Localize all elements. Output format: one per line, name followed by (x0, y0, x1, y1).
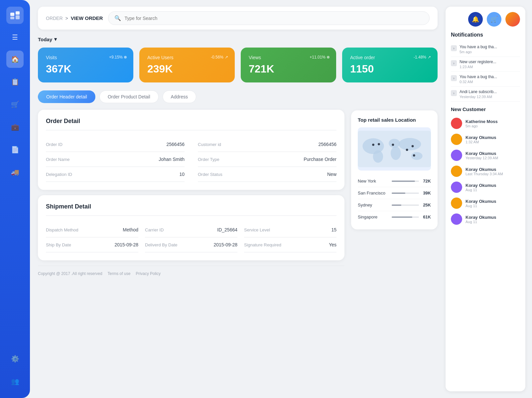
svg-point-14 (413, 154, 415, 157)
sales-location-row: Singapore 61K (358, 211, 431, 223)
stats-row: Visits 367K +9.15% Active Users 239K -0.… (38, 48, 438, 82)
customer-avatar-img (451, 182, 462, 193)
notification-item: › You have a bug tha... 0:32 AM (451, 72, 520, 87)
shipment-detail-card: Shipment Detail Dispatch Method Method S… (38, 195, 344, 260)
detail-value-ship-by-date: 2015-09-28 (114, 242, 138, 247)
tab-order-header[interactable]: Order Header detail (38, 90, 95, 103)
notif-time: 0:32 AM (460, 80, 497, 84)
sales-value: 61K (423, 214, 431, 219)
customer-name: Koray Okumus (466, 167, 503, 172)
customer-time: Aug 11 (466, 204, 496, 208)
sales-location-row: Sydney 25K (358, 199, 431, 211)
detail-label-dispatch-method: Dispatch Method (46, 227, 78, 232)
svg-rect-2 (10, 17, 14, 19)
customer-avatar-img (451, 150, 462, 161)
svg-point-7 (389, 139, 400, 148)
detail-row-ship-by-date: Ship By Date 2015-09-28 (46, 237, 138, 252)
notif-time: Yesterday 12:39 AM (460, 95, 497, 99)
sales-bar (392, 181, 415, 182)
sidebar-item-truck[interactable]: 🚚 (6, 164, 24, 181)
svg-point-9 (399, 138, 421, 150)
notif-text: New user registere... (460, 60, 496, 64)
sidebar-item-settings[interactable]: ⚙️ (6, 350, 24, 367)
menu-icon[interactable]: ☰ (12, 33, 18, 41)
notif-time: 1:23 AM (460, 65, 496, 69)
detail-value-deliverd-by-date: 2015-09-28 (213, 242, 237, 247)
detail-value-order-id: 2566456 (166, 142, 185, 147)
sidebar-item-document[interactable]: 📄 (6, 141, 24, 158)
tab-address[interactable]: Address (163, 90, 196, 103)
search-bar[interactable]: 🔍 (108, 11, 430, 25)
customer-avatar (451, 166, 462, 177)
customer-item: Koray Okumus 1:32 AM (451, 131, 520, 147)
detail-value-delegation-id: 10 (179, 172, 185, 177)
detail-label-ship-by-date: Ship By Date (46, 242, 71, 247)
svg-rect-3 (16, 15, 20, 19)
period-dropdown-icon: ▾ (54, 36, 57, 42)
sales-city: New York (358, 179, 388, 184)
notif-text: You have a bug tha... (460, 74, 497, 79)
tab-order-product[interactable]: Order Product Detail (99, 90, 159, 103)
notifications-panel: 🔔 🛒 Notifications › You have a bug tha..… (446, 7, 525, 391)
notification-item: › You have a bug tha... 5m ago (451, 42, 520, 57)
svg-rect-1 (16, 11, 20, 15)
footer-terms[interactable]: Terms of use (108, 271, 131, 276)
sidebar-item-home[interactable]: 🏠 (6, 51, 24, 68)
customer-item: Koray Okumus Aug 11 (451, 211, 520, 227)
svg-rect-0 (10, 13, 14, 16)
detail-row-order-type: Order Type Purchase Order (198, 152, 336, 167)
detail-value-customer-id: 2566456 (318, 142, 336, 147)
user-avatar-button[interactable] (505, 12, 520, 27)
detail-row-delegation-id: Delegation ID 10 (46, 167, 185, 182)
detail-row-dispatch-method: Dispatch Method Method (46, 222, 138, 237)
sidebar-item-briefcase[interactable]: 💼 (6, 118, 24, 136)
detail-value-signature-required: Yes (329, 242, 336, 247)
customer-item: Koray Okumus Last Thursday 3:34 AM (451, 163, 520, 179)
customer-avatar (451, 150, 462, 161)
customer-item: Koray Okumus Yesterday 12:39 AM (451, 147, 520, 163)
customer-name: Koray Okumus (466, 183, 496, 188)
customer-avatar (451, 198, 462, 209)
sales-bar (392, 204, 401, 206)
notif-text: Andi Lane subscrib... (460, 89, 497, 94)
period-selector[interactable]: Today ▾ (38, 36, 438, 42)
customer-item: Katherine Moss 5m ago (451, 115, 520, 131)
customer-item: Koray Okumus Aug 11 (451, 179, 520, 195)
shipment-grid: Dispatch Method Method Ship By Date 2015… (46, 222, 336, 252)
period-label: Today (38, 37, 52, 42)
customer-avatar-img (451, 166, 462, 177)
customer-item: Koray Okumus Aug 11 (451, 195, 520, 211)
stat-card-views: Views 721K +11.01% (241, 48, 336, 82)
sidebar-item-orders[interactable]: 📋 (6, 73, 24, 90)
notif-chevron-icon: › (451, 45, 457, 51)
top-icons-row: 🔔 🛒 (451, 12, 520, 27)
cart-button[interactable]: 🛒 (487, 12, 501, 27)
search-input[interactable] (124, 16, 423, 21)
sidebar: ☰ 🏠 📋 🛒 💼 📄 🚚 ⚙️ 👥 (0, 0, 30, 398)
svg-point-6 (373, 150, 383, 163)
sales-location-row: New York 72K (358, 175, 431, 187)
sales-value: 72K (423, 179, 431, 184)
stat-change-text-active-users: -0.56% (211, 55, 223, 60)
order-detail-grid: Order ID 2566456 Order Name Johan Smith … (46, 137, 336, 182)
new-customer-title: New Customer (451, 106, 520, 112)
detail-row-order-name: Order Name Johan Smith (46, 152, 185, 167)
map-card: Top retail sales Location (351, 110, 438, 229)
shipment-detail-title: Shipment Detail (46, 203, 336, 210)
svg-point-15 (412, 145, 414, 147)
notif-chevron-icon: › (451, 60, 457, 66)
customer-name: Koray Okumus (466, 199, 496, 204)
sidebar-item-users[interactable]: 👥 (6, 373, 24, 390)
stat-dot-visits (124, 56, 127, 59)
notification-bell-button[interactable]: 🔔 (468, 12, 483, 27)
detail-value-order-status: New (327, 172, 336, 177)
svg-point-8 (391, 146, 401, 160)
customer-avatar (451, 134, 462, 145)
detail-row-customer-id: Customer id 2566456 (198, 137, 336, 152)
sidebar-item-cart[interactable]: 🛒 (6, 96, 24, 113)
stat-value-active-order: 1150 (350, 63, 430, 75)
customer-time: Aug 11 (466, 220, 496, 224)
footer-privacy[interactable]: Privacy Policy (136, 271, 161, 276)
stat-arrow-down-active-users: ↗ (225, 55, 228, 60)
map-panel: Top retail sales Location (351, 110, 438, 391)
